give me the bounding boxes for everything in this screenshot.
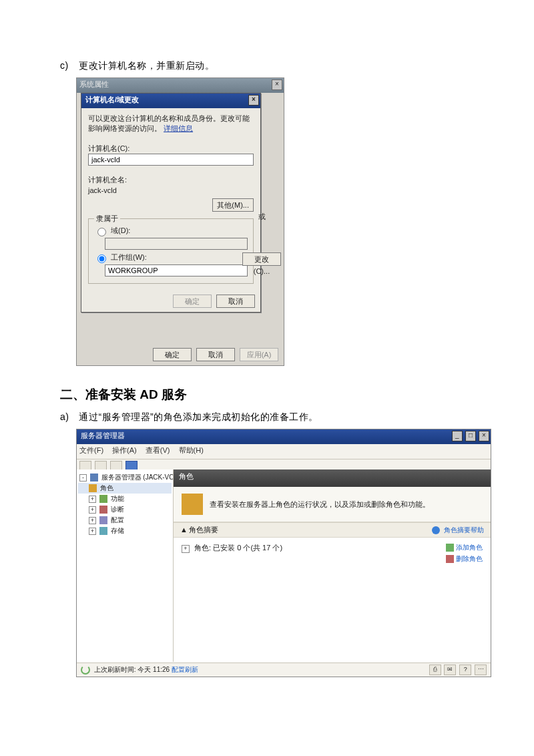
menu-action[interactable]: 操作(A) bbox=[112, 446, 137, 454]
close-icon[interactable]: × bbox=[479, 431, 489, 441]
inner-title-text: 计算机名/域更改 bbox=[85, 96, 139, 104]
collapse-icon[interactable]: ▲ bbox=[180, 526, 187, 534]
status-btn-1[interactable]: ⎙ bbox=[429, 665, 441, 675]
add-icon bbox=[446, 544, 454, 552]
roles-big-icon bbox=[182, 494, 203, 515]
menu-bar: 文件(F) 操作(A) 查看(V) 帮助(H) bbox=[77, 444, 491, 459]
status-right-buttons: ⎙ ✉ ? ⋯ bbox=[428, 665, 487, 675]
workgroup-radio[interactable] bbox=[97, 254, 106, 263]
close-icon[interactable]: × bbox=[248, 95, 259, 106]
outer-titlebar: 系统属性 × bbox=[77, 78, 284, 93]
expand-icon[interactable]: + bbox=[89, 506, 96, 514]
refresh-spinner-icon bbox=[81, 665, 90, 675]
status-btn-2[interactable]: ✉ bbox=[444, 665, 456, 675]
outer-dialog-footer: 确定 取消 应用(A) bbox=[77, 348, 284, 361]
cancel-button[interactable]: 取消 bbox=[216, 295, 255, 308]
window-buttons: _ □ × bbox=[451, 431, 489, 441]
expand-icon[interactable]: + bbox=[89, 528, 96, 535]
status-btn-4[interactable]: ⋯ bbox=[475, 665, 487, 675]
tree-config-label: 配置 bbox=[111, 516, 124, 524]
menu-file[interactable]: 文件(F) bbox=[79, 446, 103, 454]
tree-config[interactable]: + 配置 bbox=[78, 515, 172, 526]
status-btn-3[interactable]: ? bbox=[459, 665, 471, 675]
tree-storage[interactable]: + 存储 bbox=[78, 526, 172, 536]
tree-diag-label: 诊断 bbox=[111, 506, 124, 513]
full-name-value: jack-vcld bbox=[88, 186, 254, 194]
details-link[interactable]: 详细信息 bbox=[164, 124, 193, 132]
domain-radio-label: 域(D): bbox=[111, 226, 130, 234]
server-manager-window: 服务器管理器 _ □ × 文件(F) 操作(A) 查看(V) 帮助(H) - bbox=[76, 429, 491, 677]
config-icon bbox=[99, 516, 107, 524]
system-properties-dialog: 系统属性 × 计算机名/域更改 × 可以更改这台计算机的名称和成员身份。更改可能… bbox=[76, 77, 284, 366]
step-a-line: a) 通过“服务管理器”的角色添加来完成初始化的准备工作。 bbox=[60, 411, 474, 423]
member-of-group: 隶属于 域(D): 工作组(W): bbox=[88, 218, 254, 284]
workgroup-input[interactable] bbox=[105, 264, 248, 276]
window-body: - 服务器管理器 (JACK-VCLD) 角色 + 功能 + 诊断 bbox=[77, 469, 491, 662]
tree-diag[interactable]: + 诊断 bbox=[78, 504, 172, 515]
roles-summary-header: ▲ 角色摘要 角色摘要帮助 bbox=[174, 522, 491, 538]
role-action-links: 添加角色 删除角色 bbox=[446, 543, 483, 566]
outer-right-controls: 或 更改(C)... bbox=[242, 212, 281, 266]
minimize-icon[interactable]: _ bbox=[452, 431, 463, 441]
domain-input[interactable] bbox=[105, 238, 248, 250]
tree-root-label: 服务器管理器 (JACK-VCLD) bbox=[101, 474, 174, 481]
add-role-text: 添加角色 bbox=[456, 544, 483, 551]
window-titlebar: 服务器管理器 _ □ × bbox=[77, 429, 491, 444]
status-prefix: 上次刷新时间: 今天 11:26 bbox=[94, 666, 172, 673]
section-help-link[interactable]: 角色摘要帮助 bbox=[432, 526, 484, 535]
expand-icon[interactable]: + bbox=[89, 517, 96, 524]
status-left: 上次刷新时间: 今天 11:26 配置刷新 bbox=[81, 665, 198, 675]
help-icon bbox=[432, 526, 440, 534]
expand-icon[interactable]: + bbox=[182, 545, 190, 553]
member-of-legend: 隶属于 bbox=[94, 214, 120, 224]
menu-help[interactable]: 帮助(H) bbox=[179, 446, 204, 454]
section-title-text: 角色摘要 bbox=[189, 526, 218, 534]
remove-role-link[interactable]: 删除角色 bbox=[446, 554, 483, 564]
outer-title-text: 系统属性 bbox=[79, 80, 109, 88]
domain-radio[interactable] bbox=[97, 228, 106, 236]
step-c-line: c) 更改计算机名称，并重新启动。 bbox=[60, 60, 474, 72]
rename-computer-dialog: 计算机名/域更改 × 可以更改这台计算机的名称和成员身份。更改可能影响网络资源的… bbox=[81, 93, 261, 313]
status-bar: 上次刷新时间: 今天 11:26 配置刷新 ⎙ ✉ ? ⋯ bbox=[77, 663, 491, 677]
roles-row: + 角色: 已安装 0 个(共 17 个) 添加角色 删除角色 bbox=[174, 538, 491, 571]
remove-role-text: 删除角色 bbox=[456, 555, 483, 562]
ok-button[interactable]: 确定 bbox=[173, 295, 212, 308]
tree-roles-label: 角色 bbox=[100, 484, 113, 492]
collapse-icon[interactable]: - bbox=[79, 474, 87, 482]
document-page: c) 更改计算机名称，并重新启动。 系统属性 × 计算机名/域更改 × 可以更改… bbox=[0, 0, 534, 756]
maximize-icon[interactable]: □ bbox=[465, 431, 476, 441]
section-help-text: 角色摘要帮助 bbox=[444, 526, 484, 534]
server-icon bbox=[90, 474, 98, 482]
tree-roles[interactable]: 角色 bbox=[78, 483, 172, 494]
inner-dialog-footer: 确定 取消 bbox=[81, 291, 260, 312]
feature-icon bbox=[99, 495, 107, 503]
step-c-text: 更改计算机名称，并重新启动。 bbox=[79, 60, 214, 71]
add-role-link[interactable]: 添加角色 bbox=[446, 543, 483, 552]
info-text: 查看安装在服务器上角色的运行状况，以及添加或删除角色和功能。 bbox=[210, 500, 430, 510]
ok-button[interactable]: 确定 bbox=[153, 348, 192, 361]
menu-view[interactable]: 查看(V) bbox=[146, 446, 170, 454]
step-c-label: c) bbox=[60, 60, 76, 71]
step-a-label: a) bbox=[60, 411, 76, 422]
computer-name-input[interactable] bbox=[88, 154, 254, 166]
close-icon[interactable]: × bbox=[272, 79, 282, 90]
dialog-body: 可以更改这台计算机的名称和成员身份。更改可能影响网络资源的访问。 详细信息 计算… bbox=[81, 108, 260, 291]
main-header: 角色 bbox=[174, 469, 491, 487]
expand-icon[interactable]: + bbox=[89, 496, 96, 503]
info-bar: 查看安装在服务器上角色的运行状况，以及添加或删除角色和功能。 bbox=[174, 487, 491, 522]
tree-features[interactable]: + 功能 bbox=[78, 494, 172, 504]
config-refresh-link[interactable]: 配置刷新 bbox=[172, 666, 198, 673]
more-button[interactable]: 其他(M)... bbox=[212, 198, 254, 212]
inner-titlebar: 计算机名/域更改 × bbox=[81, 93, 260, 108]
diag-icon bbox=[99, 506, 107, 514]
change-button[interactable]: 更改(C)... bbox=[242, 252, 281, 266]
remove-icon bbox=[446, 555, 454, 563]
tree-root[interactable]: - 服务器管理器 (JACK-VCLD) bbox=[78, 472, 172, 483]
role-icon bbox=[89, 484, 97, 492]
apply-button[interactable]: 应用(A) bbox=[240, 348, 278, 361]
section-heading-2: 二、准备安装 AD 服务 bbox=[60, 386, 474, 403]
section-title: ▲ 角色摘要 bbox=[180, 525, 218, 535]
or-label: 或 bbox=[242, 212, 281, 222]
cancel-button[interactable]: 取消 bbox=[196, 348, 235, 361]
storage-icon bbox=[99, 527, 107, 535]
